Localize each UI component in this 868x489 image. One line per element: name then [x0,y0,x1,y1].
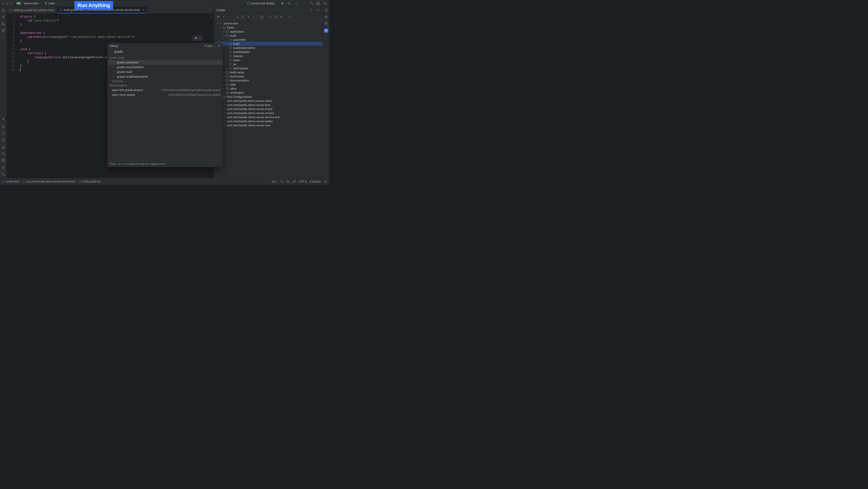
minimize-button[interactable]: — [315,8,320,13]
run-task-icon[interactable] [260,15,265,19]
commit-tool-button[interactable] [1,15,5,19]
run-anything-item[interactable]: gradle assembleDist [107,65,223,69]
breadcrumb-item[interactable]: com.mechanitis.demo.sense.service.test [23,180,75,183]
tree-chevron-icon[interactable]: ▸ [222,87,225,90]
tree-chevron-icon[interactable]: ▸ [222,79,225,82]
tree-row[interactable]: ▾build [214,33,322,37]
load-more-link[interactable]: load more... [107,79,223,83]
tree-row[interactable]: ▸distribution [214,74,322,78]
ai-assistant-button[interactable] [324,15,328,19]
tree-row[interactable]: ▸verification [214,91,322,95]
filter-icon[interactable] [217,45,220,48]
collapse-all-icon[interactable] [251,15,256,19]
expand-collapse-icon[interactable] [246,15,251,19]
branch-selector[interactable]: main ⌄ [44,1,59,5]
editor-tab[interactable]: settings.gradle.kts (sense-nine) [7,7,57,13]
pull-requests-tool-button[interactable] [1,22,5,26]
scope-selector[interactable]: Project ⌄ [205,45,216,48]
tree-chevron-icon[interactable]: ▸ [222,30,225,33]
toggle-offline-icon[interactable] [241,15,245,19]
tree-row[interactable]: ▸help [214,82,322,86]
tree-chevron-icon[interactable]: ▾ [216,22,219,24]
options-button[interactable]: ⋮ [309,8,314,13]
project-selector[interactable]: sense-nine ⌄ [22,1,42,5]
remove-icon[interactable]: − [227,15,231,19]
tree-row[interactable]: com.mechanitis.demo.sense.service.test [214,115,322,119]
tree-row[interactable]: ▸application [214,29,322,33]
tree-chevron-icon[interactable]: ▾ [219,26,222,29]
database-button[interactable] [324,22,328,26]
more-tools-button[interactable]: ⋯ [1,35,5,39]
add-icon[interactable]: + [221,15,226,19]
zoom-window[interactable] [10,2,12,4]
breadcrumb-item[interactable]: build.gradle.kts [79,180,101,183]
vcs-tool-button[interactable] [1,172,5,176]
navigator-icon[interactable] [280,180,283,183]
settings-button[interactable] [322,1,328,6]
tree-chevron-icon[interactable]: ▸ [222,75,225,78]
close-tab-button[interactable]: ✕ [142,8,145,11]
tree-row[interactable]: ▸documentation [214,78,322,82]
dependencies-tool-button[interactable] [1,145,5,149]
project-tool-button[interactable] [1,8,5,12]
gradle-button[interactable] [324,29,328,33]
tree-row[interactable]: com.mechanitis.demo.sense.user [214,123,322,127]
analyze-icon[interactable] [268,15,273,19]
breadcrumb-item[interactable]: sense-nine [2,180,19,183]
tree-row[interactable]: ▸build setup [214,70,322,74]
terminal-tool-button[interactable] [1,159,5,163]
tree-row[interactable]: com.mechanitis.demo.sense.mood [214,107,322,111]
tree-row[interactable]: ▾sense-nine [214,21,322,25]
debug-button[interactable] [287,1,292,6]
caret-position[interactable]: 14:1 [272,180,277,183]
search-everywhere-button[interactable] [316,1,321,6]
notifications-button[interactable] [324,8,328,12]
run-config-selector[interactable]: sense-nine [build] ⌄ [246,1,278,5]
highlight-level-icon[interactable] [286,180,289,183]
show-ignored-icon[interactable] [279,15,284,19]
close-window[interactable] [2,2,4,4]
profiler-tool-button[interactable] [1,138,5,142]
tree-row[interactable]: clean [214,58,322,62]
tree-row[interactable]: testClasses [214,66,322,70]
run-anything-item[interactable]: gradle assemble [107,60,223,65]
tree-row[interactable]: buildDependents [214,46,322,50]
code-with-me-button[interactable] [309,1,314,6]
refresh-icon[interactable]: ⟳ [216,15,220,19]
tree-row[interactable]: Run Configurations [214,95,322,99]
find-tool-button[interactable] [1,152,5,156]
tab-options-button[interactable]: ⋮ [207,8,212,13]
run-button[interactable] [280,1,285,6]
tree-chevron-icon[interactable]: ▸ [222,71,225,74]
more-actions-button[interactable]: ⋮ [293,1,299,6]
run-anything-item[interactable]: gradle build [107,69,223,74]
execute-icon[interactable] [274,15,278,19]
run-anything-input[interactable] [114,50,220,53]
tree-row[interactable]: assemble [214,37,322,42]
run-anything-recent-item[interactable]: open more-gradle/Users/helenscott/IdeaPr… [107,92,223,97]
build-tool-button[interactable] [1,131,5,135]
tree-row[interactable]: jar [214,62,322,66]
tree-row[interactable]: ▸other [214,86,322,91]
tree-row[interactable]: com.mechanitis.demo.sense.client [214,99,322,103]
encoding[interactable]: UTF-8 [299,180,307,183]
structure-tool-button[interactable] [1,29,5,33]
tree-chevron-icon[interactable]: ▾ [222,34,225,37]
download-sources-icon[interactable] [235,15,240,19]
tree-row[interactable]: com.mechanitis.demo.sense.flow [214,103,322,107]
tree-row[interactable]: ▾Tasks [214,25,322,29]
tree-row[interactable]: buildNeeded [214,50,322,54]
tree-row[interactable]: build [214,42,322,46]
indent[interactable]: 4 spaces [310,180,321,183]
run-tool-button[interactable] [1,124,5,128]
readonly-toggle-icon[interactable] [324,180,327,183]
gradle-tree[interactable]: ▾sense-nine▾Tasks▸application▾buildassem… [214,20,322,178]
tree-chevron-icon[interactable]: ▸ [222,83,225,86]
services-tool-button[interactable] [1,118,5,122]
problems-tool-button[interactable] [1,165,5,169]
minimize-window[interactable] [6,2,8,4]
tree-row[interactable]: classes [214,54,322,58]
tree-row[interactable]: com.mechanitis.demo.sense.twitter [214,119,322,123]
run-anything-recent-item[interactable]: open first-gradle-project/Users/helensco… [107,88,223,92]
tree-chevron-icon[interactable]: ▸ [222,91,225,94]
